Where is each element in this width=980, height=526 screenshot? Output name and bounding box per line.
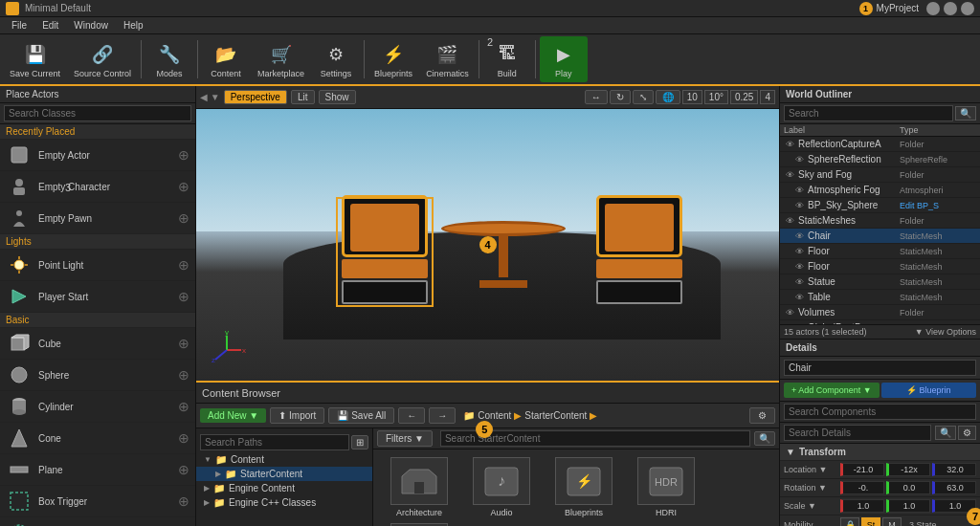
settings-button[interactable]: ⚙ Settings bbox=[312, 36, 360, 82]
actor-player-start[interactable]: Player Start ⊕ bbox=[0, 281, 195, 313]
basic-header[interactable]: Basic bbox=[0, 313, 195, 328]
tree-item-engine-classes[interactable]: ▶ 📁 Engine C++ Classes bbox=[196, 495, 372, 510]
titlebar: Minimal Default 1 MyProject bbox=[0, 0, 980, 17]
recently-placed-header[interactable]: Recently Placed bbox=[0, 124, 195, 140]
source-icon: 🔗 bbox=[89, 41, 116, 68]
modes-button[interactable]: 🔧 Modes bbox=[145, 36, 193, 82]
details-settings-button[interactable]: ⚙ bbox=[958, 426, 976, 440]
path-filter-button[interactable]: ⊞ bbox=[351, 435, 368, 449]
location-z[interactable]: 32.0 bbox=[932, 463, 976, 476]
blueprints-button[interactable]: ⚡ Blueprints bbox=[368, 36, 418, 82]
actor-point-light[interactable]: Point Light ⊕ bbox=[0, 250, 195, 281]
filters-button[interactable]: Filters ▼ bbox=[377, 430, 433, 447]
actor-empty-pawn[interactable]: Empty Pawn ⊕ bbox=[0, 203, 195, 234]
search-details-input[interactable] bbox=[784, 425, 931, 441]
search-components-input[interactable] bbox=[784, 404, 976, 420]
mobility-st-icon[interactable]: St bbox=[861, 517, 880, 526]
marketplace-button[interactable]: 🛒 Marketplace bbox=[252, 36, 310, 82]
actor-cone[interactable]: Cone ⊕ bbox=[0, 423, 195, 454]
settings-label: Settings bbox=[321, 69, 352, 78]
rotation-y[interactable]: 0.0 bbox=[886, 481, 930, 494]
content-browser-content: ⊞ ▼ 📁 Content ▶ 📁 StarterContent bbox=[196, 428, 779, 526]
actor-sphere[interactable]: Sphere ⊕ bbox=[0, 360, 195, 391]
scale-x[interactable]: 1.0 bbox=[840, 499, 884, 513]
outliner-search-button[interactable]: 🔍 bbox=[955, 106, 976, 121]
transform-section-header[interactable]: ▼ Transform bbox=[780, 444, 980, 461]
scale-button[interactable]: ⤡ bbox=[633, 90, 654, 104]
ol-chair[interactable]: 👁 Chair StaticMesh bbox=[780, 229, 980, 244]
mobility-lock-icon[interactable]: 🔒 bbox=[840, 517, 859, 526]
ol-bp-sky[interactable]: 👁 BP_Sky_Sphere Edit BP_S bbox=[780, 198, 980, 213]
cb-settings-button[interactable]: ⚙ bbox=[749, 407, 775, 424]
outliner-count: 15 actors (1 selected) bbox=[784, 327, 867, 337]
outliner-search-input[interactable] bbox=[784, 105, 953, 121]
save-all-button[interactable]: 💾 Save All bbox=[328, 407, 394, 424]
3d-viewport[interactable]: 4 bbox=[196, 109, 779, 381]
ol-volumes[interactable]: 👁 Volumes Folder bbox=[780, 305, 980, 320]
location-x[interactable]: -21.0 bbox=[840, 463, 884, 476]
menu-help[interactable]: Help bbox=[116, 17, 151, 34]
menu-edit[interactable]: Edit bbox=[34, 17, 66, 34]
search-classes-input[interactable] bbox=[4, 105, 191, 121]
perspective-button[interactable]: Perspective bbox=[224, 90, 287, 104]
asset-architecture[interactable]: Architecture bbox=[381, 457, 457, 517]
player-start-icon bbox=[6, 283, 33, 310]
search-classes-bar bbox=[0, 103, 195, 124]
ol-reflection-capture[interactable]: 👁 ReflectionCaptureA Folder bbox=[780, 137, 980, 152]
ol-floor-2[interactable]: 👁 Floor StaticMesh bbox=[780, 259, 980, 274]
maximize-button[interactable] bbox=[944, 2, 957, 15]
search-button[interactable]: 🔍 bbox=[754, 431, 775, 446]
ol-floor-1[interactable]: 👁 Floor StaticMesh bbox=[780, 244, 980, 259]
ol-atmospheric-fog[interactable]: 👁 Atmospheric Fog Atmospheri bbox=[780, 183, 980, 198]
world-button[interactable]: 🌐 bbox=[656, 90, 680, 104]
minimize-button[interactable] bbox=[926, 2, 940, 15]
source-control-button[interactable]: 🔗 Source Control bbox=[68, 36, 137, 82]
actor-cube[interactable]: Cube ⊕ bbox=[0, 328, 195, 360]
tree-item-starter-content[interactable]: ▶ 📁 StarterContent bbox=[196, 467, 372, 481]
ol-sphere-reflection[interactable]: 👁 SphereReflection SphereRefle bbox=[780, 152, 980, 167]
import-button[interactable]: ⬆ Import bbox=[270, 407, 324, 424]
actor-box-trigger[interactable]: Box Trigger ⊕ bbox=[0, 486, 195, 517]
actor-empty-actor[interactable]: Empty Actor ⊕ bbox=[0, 140, 195, 171]
nav-back-button[interactable]: ← bbox=[398, 407, 425, 424]
lights-header[interactable]: Lights bbox=[0, 234, 195, 250]
ol-table[interactable]: 👁 Table StaticMesh bbox=[780, 290, 980, 305]
details-name-input[interactable] bbox=[784, 360, 976, 376]
rotate-button[interactable]: ↻ bbox=[610, 90, 631, 104]
translate-button[interactable]: ↔ bbox=[585, 90, 608, 104]
play-button[interactable]: ▶ Play bbox=[540, 36, 588, 82]
mobility-m-icon[interactable]: M bbox=[882, 517, 902, 526]
asset-hdri[interactable]: HDR HDRI bbox=[628, 457, 704, 517]
cinematics-button[interactable]: 🎬 Cinematics bbox=[420, 36, 475, 82]
actor-cylinder[interactable]: Cylinder ⊕ bbox=[0, 391, 195, 423]
add-component-button[interactable]: + Add Component ▼ bbox=[784, 383, 880, 398]
location-y[interactable]: -12x bbox=[886, 463, 930, 476]
search-details-button[interactable]: 🔍 bbox=[935, 426, 956, 440]
lit-button[interactable]: Lit bbox=[291, 90, 315, 104]
rotation-x[interactable]: -0. bbox=[840, 481, 884, 494]
asset-blueprints[interactable]: ⚡ Blueprints bbox=[546, 457, 622, 517]
ol-statue[interactable]: 👁 Statue StaticMesh bbox=[780, 274, 980, 290]
actor-plane[interactable]: Plane ⊕ bbox=[0, 454, 195, 486]
vis-icon-6: 👁 bbox=[793, 230, 805, 242]
tree-item-engine-content[interactable]: ▶ 📁 Engine Content bbox=[196, 481, 372, 495]
blueprint-button[interactable]: ⚡ Blueprin bbox=[881, 383, 977, 398]
nav-fwd-button[interactable]: → bbox=[429, 407, 456, 424]
actor-sphere-trigger[interactable]: Sphere Trigger ⊕ bbox=[0, 517, 195, 526]
ol-sky-fog[interactable]: 👁 Sky and Fog Folder bbox=[780, 167, 980, 183]
close-button[interactable] bbox=[961, 2, 974, 15]
menu-window[interactable]: Window bbox=[66, 17, 116, 34]
menu-file[interactable]: File bbox=[4, 17, 34, 34]
outliner-view-options[interactable]: ▼ View Options bbox=[915, 327, 976, 337]
ol-static-meshes[interactable]: 👁 StaticMeshes Folder bbox=[780, 213, 980, 229]
content-button[interactable]: 📂 Content bbox=[202, 36, 250, 82]
asset-audio[interactable]: ♪ Audio bbox=[463, 457, 540, 517]
tree-item-content[interactable]: ▼ 📁 Content bbox=[196, 452, 372, 467]
rotation-z[interactable]: 63.0 bbox=[932, 481, 976, 494]
search-paths-input[interactable] bbox=[200, 434, 349, 450]
actor-empty-character[interactable]: Empty Character ⊕ bbox=[0, 171, 195, 203]
show-button[interactable]: Show bbox=[319, 90, 356, 104]
add-new-button[interactable]: Add New ▼ bbox=[200, 408, 266, 423]
scale-y[interactable]: 1.0 bbox=[886, 499, 930, 513]
save-current-button[interactable]: 💾 Save Current bbox=[4, 36, 66, 82]
